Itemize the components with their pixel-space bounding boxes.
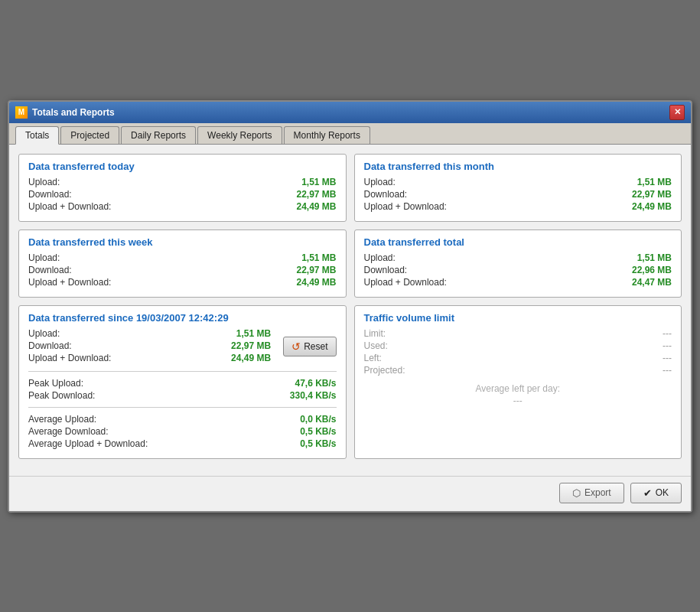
since-avg-download-row: Average Download: 0,5 KB/s xyxy=(28,426,337,437)
since-peak-download-value: 330,4 KB/s xyxy=(290,390,337,401)
week-upload-value: 1,51 MB xyxy=(301,252,336,263)
since-peak-download-row: Peak Download: 330,4 KB/s xyxy=(28,390,337,401)
month-title: Data transferred this month xyxy=(364,161,672,172)
export-label: Export xyxy=(584,487,611,498)
week-box: Data transferred this week Upload: 1,51 … xyxy=(18,230,347,298)
tab-daily[interactable]: Daily Reports xyxy=(121,126,196,144)
month-download-label: Download: xyxy=(364,189,408,200)
reset-button[interactable]: ↺ Reset xyxy=(283,337,336,356)
since-download-label: Download: xyxy=(28,340,72,351)
month-total-row: Upload + Download: 24,49 MB xyxy=(364,201,672,212)
week-download-row: Download: 22,97 MB xyxy=(28,265,337,275)
top-grid: Data transferred today Upload: 1,51 MB D… xyxy=(18,154,682,298)
app-icon: M xyxy=(15,106,28,119)
since-avg-total-label: Average Upload + Download: xyxy=(28,438,148,449)
month-download-value: 22,97 MB xyxy=(632,189,672,200)
since-upload-label: Upload: xyxy=(28,328,60,339)
since-main-data: Upload: 1,51 MB Download: 22,97 MB Uploa… xyxy=(28,328,337,365)
window-title: Totals and Reports xyxy=(32,107,115,118)
week-download-label: Download: xyxy=(28,265,72,275)
today-total-label: Upload + Download: xyxy=(28,201,111,212)
title-bar: M Totals and Reports ✕ xyxy=(9,102,691,123)
total-upload-label: Upload: xyxy=(364,252,396,263)
since-avg-total-value: 0,5 KB/s xyxy=(300,438,336,449)
bottom-row: Data transferred since 19/03/2007 12:42:… xyxy=(18,305,682,459)
title-bar-left: M Totals and Reports xyxy=(15,106,115,119)
today-upload-label: Upload: xyxy=(28,177,60,187)
total-total-value: 24,47 MB xyxy=(632,277,672,288)
today-total-value: 24,49 MB xyxy=(296,201,336,212)
month-upload-value: 1,51 MB xyxy=(637,177,672,187)
week-total-row: Upload + Download: 24,49 MB xyxy=(28,277,337,288)
today-upload-row: Upload: 1,51 MB xyxy=(28,177,337,187)
week-download-value: 22,97 MB xyxy=(296,265,336,275)
total-title: Data transferred total xyxy=(364,236,672,248)
traffic-left-label: Left: xyxy=(364,353,382,363)
tab-monthly[interactable]: Monthly Reports xyxy=(284,126,370,144)
month-download-row: Download: 22,97 MB xyxy=(364,189,672,200)
total-download-value: 22,96 MB xyxy=(632,265,672,275)
traffic-projected-label: Projected: xyxy=(364,365,405,376)
since-peak-download-label: Peak Download: xyxy=(28,390,95,401)
footer: ⬡ Export ✔ OK xyxy=(9,476,691,511)
since-avg-total-row: Average Upload + Download: 0,5 KB/s xyxy=(28,438,337,449)
tab-bar: Totals Projected Daily Reports Weekly Re… xyxy=(9,123,691,145)
since-download-value: 22,97 MB xyxy=(231,340,271,351)
reset-icon: ↺ xyxy=(291,340,301,353)
since-title: Data transferred since 19/03/2007 12:42:… xyxy=(28,312,337,324)
since-values: Upload: 1,51 MB Download: 22,97 MB Uploa… xyxy=(28,328,271,365)
since-peak-upload-row: Peak Upload: 47,6 KB/s xyxy=(28,378,337,389)
month-upload-row: Upload: 1,51 MB xyxy=(364,177,672,187)
since-avg-upload-row: Average Upload: 0,0 KB/s xyxy=(28,414,337,425)
total-download-label: Download: xyxy=(364,265,408,275)
today-download-value: 22,97 MB xyxy=(296,189,336,200)
week-total-value: 24,49 MB xyxy=(296,277,336,288)
today-total-row: Upload + Download: 24,49 MB xyxy=(28,201,337,212)
since-peak-upload-value: 47,6 KB/s xyxy=(295,378,336,389)
divider-1 xyxy=(28,371,337,372)
traffic-title: Traffic volume limit xyxy=(364,312,672,324)
traffic-avg-value: --- xyxy=(513,396,523,406)
traffic-box: Traffic volume limit Limit: --- Used: --… xyxy=(354,305,682,459)
export-icon: ⬡ xyxy=(572,487,581,499)
export-button[interactable]: ⬡ Export xyxy=(559,483,624,503)
since-box: Data transferred since 19/03/2007 12:42:… xyxy=(18,305,347,459)
tab-projected[interactable]: Projected xyxy=(60,126,119,144)
main-window: M Totals and Reports ✕ Totals Projected … xyxy=(8,100,692,513)
month-box: Data transferred this month Upload: 1,51… xyxy=(354,154,682,222)
traffic-limit-label: Limit: xyxy=(364,328,386,339)
tab-weekly[interactable]: Weekly Reports xyxy=(197,126,282,144)
tab-totals[interactable]: Totals xyxy=(15,126,59,145)
traffic-avg-section: Average left per day: --- xyxy=(364,383,672,406)
since-total-value: 24,49 MB xyxy=(231,353,271,363)
traffic-used-row: Used: --- xyxy=(364,340,672,351)
traffic-left-row: Left: --- xyxy=(364,353,672,363)
since-download-row: Download: 22,97 MB xyxy=(28,340,271,351)
traffic-used-value: --- xyxy=(663,340,672,351)
today-title: Data transferred today xyxy=(28,161,337,172)
week-upload-row: Upload: 1,51 MB xyxy=(28,252,337,263)
total-download-row: Download: 22,96 MB xyxy=(364,265,672,275)
total-upload-value: 1,51 MB xyxy=(637,252,672,263)
since-upload-row: Upload: 1,51 MB xyxy=(28,328,271,339)
today-upload-value: 1,51 MB xyxy=(301,177,336,187)
since-avg-upload-value: 0,0 KB/s xyxy=(300,414,336,425)
since-total-row: Upload + Download: 24,49 MB xyxy=(28,353,271,363)
ok-button[interactable]: ✔ OK xyxy=(630,483,682,503)
today-download-label: Download: xyxy=(28,189,72,200)
traffic-limit-value: --- xyxy=(663,328,672,339)
week-total-label: Upload + Download: xyxy=(28,277,111,288)
ok-icon: ✔ xyxy=(643,487,652,499)
traffic-projected-row: Projected: --- xyxy=(364,365,672,376)
since-avg-download-value: 0,5 KB/s xyxy=(300,426,336,437)
close-button[interactable]: ✕ xyxy=(669,105,685,120)
today-box: Data transferred today Upload: 1,51 MB D… xyxy=(18,154,347,222)
ok-label: OK xyxy=(656,487,669,498)
main-content: Data transferred today Upload: 1,51 MB D… xyxy=(9,145,691,476)
since-peak-upload-label: Peak Upload: xyxy=(28,378,83,389)
traffic-projected-value: --- xyxy=(663,365,672,376)
today-download-row: Download: 22,97 MB xyxy=(28,189,337,200)
traffic-limit-row: Limit: --- xyxy=(364,328,672,339)
month-upload-label: Upload: xyxy=(364,177,396,187)
week-upload-label: Upload: xyxy=(28,252,60,263)
